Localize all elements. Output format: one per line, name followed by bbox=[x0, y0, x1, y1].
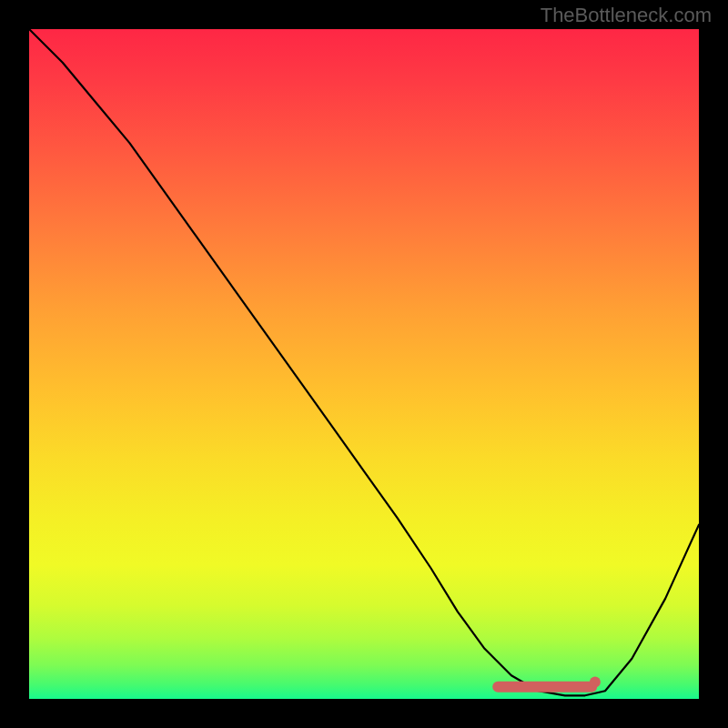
chart-svg bbox=[29, 29, 699, 699]
bottom-marker-dot bbox=[590, 677, 601, 688]
bottleneck-curve bbox=[29, 29, 699, 695]
watermark-text: TheBottleneck.com bbox=[541, 4, 712, 27]
plot-area bbox=[29, 29, 699, 699]
